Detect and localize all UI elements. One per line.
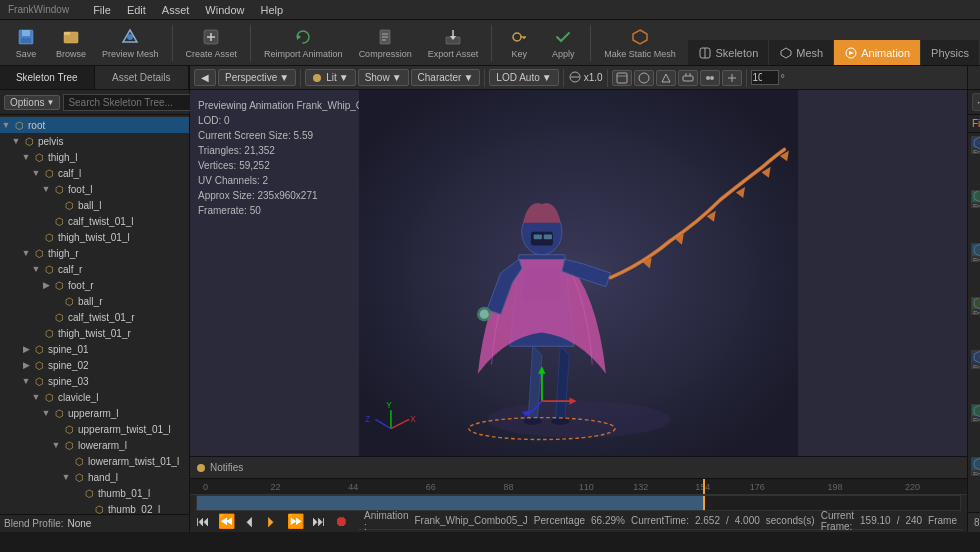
preview-mesh-button[interactable]: Preview Mesh	[96, 23, 165, 62]
svg-line-153	[974, 247, 980, 253]
tree-item[interactable]: ▼ ⬡ thigh_l	[0, 149, 189, 165]
tree-item[interactable]: ▼ ⬡ hand_l	[0, 469, 189, 485]
viewport-icon-3[interactable]	[656, 70, 676, 86]
tree-item[interactable]: ▼ ⬡ foot_l	[0, 181, 189, 197]
asset-thumb[interactable]: Frank_Evade_0	[971, 404, 980, 422]
export-asset-label: Export Asset	[428, 49, 479, 59]
tree-item[interactable]: ▶ ⬡ spine_01	[0, 341, 189, 357]
export-asset-button[interactable]: Export Asset	[422, 23, 485, 62]
viewport-icon-2[interactable]	[634, 70, 654, 86]
asset-browser: ← → 🔍 Filters ▼ Frank_Attack1	[968, 90, 980, 532]
tree-item[interactable]: ▼ ⬡ upperarm_l	[0, 405, 189, 421]
fov-input[interactable]	[751, 70, 779, 85]
character-dropdown[interactable]: Character ▼	[411, 69, 481, 86]
save-icon	[15, 26, 37, 48]
tree-item[interactable]: ⬡ ball_r	[0, 293, 189, 309]
browse-label: Browse	[56, 49, 86, 59]
tree-item[interactable]: ⬡ thigh_twist_01_l	[0, 229, 189, 245]
svg-line-74	[974, 140, 980, 146]
show-dropdown[interactable]: Show ▼	[358, 69, 409, 86]
skeleton-tree-tab[interactable]: Skeleton Tree	[0, 66, 95, 89]
svg-marker-152	[974, 244, 980, 256]
perspective-dropdown[interactable]: Perspective ▼	[218, 69, 296, 86]
options-button[interactable]: Options ▼	[4, 95, 60, 110]
tree-item[interactable]: ▼ ⬡ thigh_r	[0, 245, 189, 261]
svg-text:Z: Z	[365, 415, 370, 424]
tree-item[interactable]: ▼ ⬡ calf_r	[0, 261, 189, 277]
key-button[interactable]: Key	[499, 23, 539, 62]
step-back-button[interactable]: ⏴	[241, 513, 259, 529]
preview-mesh-label: Preview Mesh	[102, 49, 159, 59]
menu-asset[interactable]: Asset	[162, 4, 190, 16]
reimport-button[interactable]: Reimport Animation	[258, 23, 349, 62]
frame-label: Current Frame:	[821, 510, 854, 532]
tab-mesh[interactable]: Mesh	[769, 40, 834, 65]
tree-item-label: thigh_r	[48, 248, 79, 259]
character-viewport-svg: X Y Z	[190, 90, 967, 456]
asset-thumb[interactable]: Frank_Combo05	[971, 243, 980, 261]
tree-item[interactable]: ▼ ⬡ calf_l	[0, 165, 189, 181]
menu-edit[interactable]: Edit	[127, 4, 146, 16]
bone-icon: ⬡	[52, 406, 66, 420]
viewport-icon-5[interactable]	[700, 70, 720, 86]
asset-thumb[interactable]: Frank_Attack1	[971, 136, 980, 154]
tree-item[interactable]: ▶ ⬡ foot_r	[0, 277, 189, 293]
tab-skeleton[interactable]: Skeleton	[688, 40, 769, 65]
tree-item[interactable]: ▼ ⬡ lowerarm_l	[0, 437, 189, 453]
tree-item[interactable]: ⬡ thumb_02_l	[0, 501, 189, 514]
menu-help[interactable]: Help	[260, 4, 283, 16]
tree-item[interactable]: ⬡ upperarm_twist_01_l	[0, 421, 189, 437]
asset-thumb[interactable]: Frank_black	[971, 457, 980, 475]
skip-to-start-button[interactable]: ⏮	[194, 513, 212, 529]
tab-physics[interactable]: Physics	[921, 40, 980, 65]
viewport-icon-4[interactable]	[678, 70, 698, 86]
tree-item[interactable]: ⬡ thumb_01_l	[0, 485, 189, 501]
make-static-mesh-button[interactable]: Make Static Mesh	[598, 23, 682, 62]
tree-item-label: spine_01	[48, 344, 89, 355]
details-tab[interactable]: Details	[968, 66, 980, 89]
asset-thumb[interactable]: Frank_Jump_01	[971, 350, 980, 368]
tab-animation[interactable]: Animation	[834, 40, 921, 65]
tree-item[interactable]: ⬡ calf_twist_01_r	[0, 309, 189, 325]
timeline-track[interactable]	[196, 495, 961, 511]
asset-thumb[interactable]: Frank_Whip_B_Wip	[971, 297, 980, 315]
step-forward-button[interactable]: ⏩	[285, 513, 306, 529]
tree-item[interactable]: ▶ ⬡ spine_02	[0, 357, 189, 373]
tree-item[interactable]: ⬡ calf_twist_01_l	[0, 213, 189, 229]
app-title: FrankWindow	[8, 4, 69, 15]
lit-dropdown[interactable]: Lit ▼	[305, 69, 355, 86]
viewport-icon-6[interactable]	[722, 70, 742, 86]
tree-item[interactable]: ▼ ⬡ spine_03	[0, 373, 189, 389]
svg-point-47	[480, 310, 489, 319]
tree-item[interactable]: ▼ ⬡ root	[0, 117, 189, 133]
tree-item[interactable]: ⬡ ball_l	[0, 197, 189, 213]
filters-label[interactable]: Filters ▼	[972, 118, 980, 129]
compression-button[interactable]: Compression	[353, 23, 418, 62]
tree-item[interactable]: ⬡ thigh_twist_01_r	[0, 325, 189, 341]
skip-to-end-button[interactable]: ⏭	[310, 513, 328, 529]
lod-dropdown[interactable]: LOD Auto ▼	[489, 69, 558, 86]
tree-item[interactable]: ▼ ⬡ pelvis	[0, 133, 189, 149]
create-asset-button[interactable]: Create Asset	[180, 23, 244, 62]
tree-item[interactable]: ⬡ lowerarm_twist_01_l	[0, 453, 189, 469]
record-button[interactable]: ⏺	[332, 513, 350, 529]
viewport-icon-1[interactable]	[612, 70, 632, 86]
skip-back-button[interactable]: ⏪	[216, 513, 237, 529]
right-panel: Details Asset Browser Preview Scene Set …	[967, 66, 980, 532]
viewport-back-button[interactable]: ◀	[194, 69, 216, 86]
save-button[interactable]: Save	[6, 23, 46, 62]
skeleton-search-input[interactable]	[63, 94, 200, 111]
play-button[interactable]: ⏵	[263, 513, 281, 529]
apply-button[interactable]: Apply	[543, 23, 583, 62]
nav-back-button[interactable]: ←	[972, 93, 980, 111]
asset-thumb[interactable]: Frank_Combo02	[971, 190, 980, 208]
menu-window[interactable]: Window	[205, 4, 244, 16]
viewport-canvas[interactable]: Previewing Animation Frank_Whip_Combo05_…	[190, 90, 967, 456]
menu-file[interactable]: File	[93, 4, 111, 16]
tree-arrow-icon: ▼	[40, 408, 52, 418]
asset-details-tab[interactable]: Asset Details	[95, 66, 190, 89]
tree-item[interactable]: ▼ ⬡ clavicle_l	[0, 389, 189, 405]
browse-button[interactable]: Browse	[50, 23, 92, 62]
timeline-controls: ⏮ ⏪ ⏴ ⏵ ⏩ ⏭ ⏺	[194, 512, 350, 530]
lit-label: Lit	[326, 72, 337, 83]
